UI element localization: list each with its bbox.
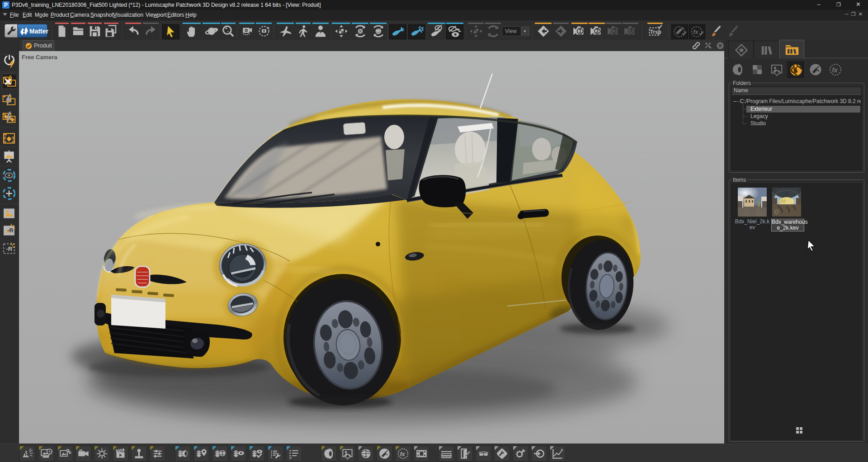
svg-text:fx: fx [693, 29, 698, 35]
svg-text:-: - [227, 28, 229, 33]
svg-text:fx: fx [400, 451, 406, 457]
svg-text:-R: -R [6, 245, 12, 252]
svg-text:fx: fx [832, 67, 839, 74]
svg-text:4: 4 [629, 28, 632, 34]
svg-text:R: R [25, 452, 28, 457]
svg-text:Free Camera: Free Camera [22, 54, 58, 61]
svg-text:1: 1 [579, 28, 582, 34]
svg-text:3: 3 [613, 28, 616, 34]
svg-text:-R: -R [7, 227, 14, 234]
svg-text:Trsp: Trsp [650, 29, 661, 35]
svg-text:2: 2 [596, 28, 599, 34]
